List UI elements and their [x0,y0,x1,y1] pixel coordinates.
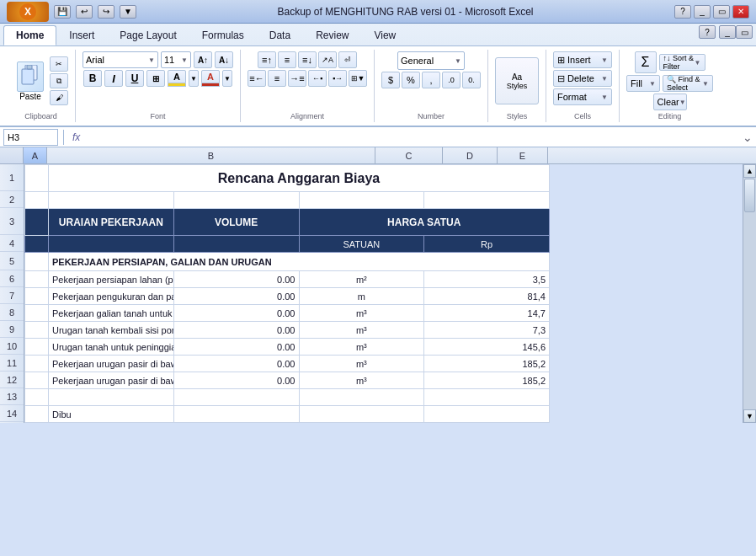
sort-filter-btn[interactable]: ↑↓ Sort & Filter ▼ [659,54,705,71]
cell-d8[interactable]: m³ [299,305,424,322]
row-num-5[interactable]: 5 [0,252,24,270]
cell-a9[interactable] [25,322,49,339]
tab-data[interactable]: Data [257,25,303,45]
font-size-selector[interactable]: 11 ▼ [161,51,191,68]
cell-c7[interactable]: 0.00 [173,288,299,305]
tab-page-layout[interactable]: Page Layout [107,25,189,45]
row-num-7[interactable]: 7 [0,287,24,304]
underline-button[interactable]: U [125,70,144,87]
formula-input[interactable] [87,129,739,146]
row-num-14[interactable]: 14 [0,405,24,422]
sum-btn[interactable]: Σ [635,51,657,73]
cell-d13[interactable] [299,389,424,406]
cell-c6[interactable]: 0.00 [173,271,299,288]
find-select-btn[interactable]: 🔍 Find & Select ▼ [663,75,713,92]
cell-c3[interactable]: VOLUME [173,209,299,236]
copy-button[interactable]: ⧉ [50,73,68,88]
cell-d11[interactable]: m³ [299,356,424,372]
insert-cells-btn[interactable]: ⊞ Insert ▼ [553,51,612,68]
cell-d9[interactable]: m³ [299,322,424,339]
cell-a2[interactable] [25,192,49,209]
cell-e8[interactable]: 14,7 [424,305,550,322]
help-btn[interactable]: ? [674,5,691,19]
format-painter-button[interactable]: 🖌 [50,90,68,105]
cell-d2[interactable] [299,192,424,209]
cell-b9[interactable]: Urugan tanah kembali sisi pondasi [49,322,174,339]
format-cells-btn[interactable]: Format ▼ [553,88,612,105]
vertical-scrollbar[interactable]: ▲ ▼ [743,164,756,423]
cell-a5[interactable] [25,253,49,271]
row-num-12[interactable]: 12 [0,372,24,388]
cell-c14[interactable] [173,406,299,423]
restore-btn[interactable]: ▭ [713,5,730,19]
cell-a1[interactable] [25,165,49,192]
cell-a7[interactable] [25,288,49,305]
row-num-2[interactable]: 2 [0,191,24,208]
fill-btn[interactable]: Fill ▼ [626,75,660,92]
cell-d14[interactable] [299,406,424,423]
cell-b4[interactable] [49,236,174,253]
cell-c8[interactable]: 0.00 [173,305,299,322]
increase-font-btn[interactable]: A↑ [194,51,212,68]
cell-c13[interactable] [173,389,299,406]
col-header-b[interactable]: B [47,147,375,163]
styles-button[interactable]: Aa Styles [495,57,539,104]
currency-btn[interactable]: $ [381,72,400,88]
cell-b12[interactable]: Pekerjaan urugan pasir di bawah lantai [49,372,174,389]
cell-b2[interactable] [49,192,174,209]
align-top-btn[interactable]: ≡↑ [258,51,276,68]
cell-e7[interactable]: 81,4 [424,288,550,305]
bold-button[interactable]: B [83,70,102,87]
text-direction-btn[interactable]: ↗A [318,51,337,68]
cell-reference-box[interactable]: H3 [3,129,58,146]
row-num-6[interactable]: 6 [0,270,24,287]
cell-d12[interactable]: m³ [299,372,424,389]
cell-c2[interactable] [173,192,299,209]
increase-decimal-btn[interactable]: .0 [442,72,461,88]
cell-b1[interactable]: Rencana Anggaran Biaya [49,165,550,192]
cell-c12[interactable]: 0.00 [173,372,299,389]
wrap-text-btn[interactable]: ⏎ [338,51,357,68]
scroll-down-btn[interactable]: ▼ [743,409,756,423]
cell-a13[interactable] [25,389,49,406]
col-header-c[interactable]: C [375,147,443,163]
cell-e6[interactable]: 3,5 [424,271,550,288]
cell-b6[interactable]: Pekerjaan persiapan lahan (pembersihan l… [49,271,174,288]
indent-right-btn[interactable]: ▪→ [328,70,347,87]
cell-e12[interactable]: 185,2 [424,372,550,389]
comma-btn[interactable]: , [422,72,440,88]
italic-button[interactable]: I [104,70,123,87]
cell-b3[interactable]: URAIAN PEKERJAAN [49,209,174,236]
cell-b13[interactable] [49,389,174,406]
row-num-11[interactable]: 11 [0,355,24,372]
indent-left-btn[interactable]: ←▪ [308,70,327,87]
close-btn[interactable]: ✕ [732,5,749,19]
row-num-13[interactable]: 13 [0,388,24,405]
cell-e9[interactable]: 7,3 [424,322,550,339]
formula-expand-btn[interactable]: ⌄ [743,131,753,144]
cell-e14[interactable] [424,406,550,423]
align-bottom-btn[interactable]: ≡↓ [298,51,317,68]
align-left-btn[interactable]: ≡← [248,70,266,87]
fx-button[interactable]: fx [69,131,83,143]
cell-e2[interactable] [424,192,550,209]
cell-b10[interactable]: Urugan tanah untuk peninggian lantai [49,339,174,356]
cell-d4[interactable]: SATUAN [299,236,424,253]
row-num-10[interactable]: 10 [0,338,24,355]
col-header-d[interactable]: D [443,147,498,163]
cell-b8[interactable]: Pekerjaan galian tanah untuk pondasi [49,305,174,322]
row-num-3[interactable]: 3 [0,208,24,235]
cell-b11[interactable]: Pekerjaan urugan pasir di bawah pondasi [49,356,174,372]
cell-a14[interactable] [25,406,49,423]
row-num-4[interactable]: 4 [0,235,24,252]
row-num-1[interactable]: 1 [0,164,24,191]
ribbon-min-btn[interactable]: _ [719,25,736,39]
fill-dropdown-btn[interactable]: ▼ [189,70,199,87]
paste-button[interactable]: Paste [13,60,47,103]
cell-e13[interactable] [424,389,550,406]
cell-b14[interactable]: Dibu [49,406,174,423]
row-num-9[interactable]: 9 [0,321,24,338]
col-header-e[interactable]: E [498,147,548,163]
align-middle-btn[interactable]: ≡ [278,51,296,68]
cell-d7[interactable]: m [299,288,424,305]
